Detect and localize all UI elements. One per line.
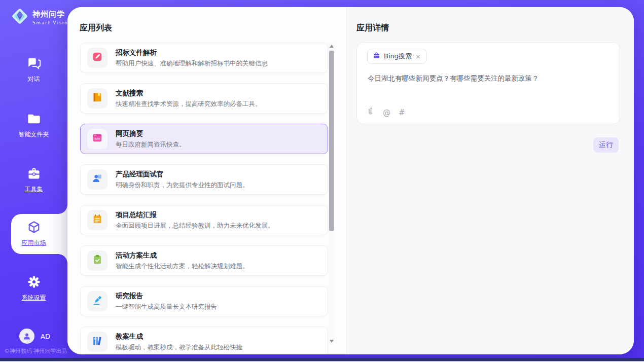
app-card[interactable]: 活动方案生成 智能生成个性化活动方案，轻松解决规划难题。 (80, 245, 328, 276)
app-card[interactable]: 研究报告 一键智能生成高质量长文本研究报告 (80, 286, 328, 316)
scrollbar[interactable] (329, 43, 335, 345)
app-detail-title: 应用详情 (356, 23, 389, 33)
sidebar-item-label: 应用市场 (0, 239, 67, 247)
app-card[interactable]: 教案生成 模板驱动，教案秒成，教学准备从此轻松快捷 (80, 327, 328, 354)
app-card-title: 产品经理面试官 (116, 170, 249, 179)
brand-subtitle: Smart Vision (32, 20, 72, 25)
app-detail-pane: 应用详情 Bing搜索 × 今日湖北有哪些新闻要点？有哪些需要关注的最新政策？ (346, 7, 634, 354)
sidebar-item-smart-folder[interactable]: 智能文件夹 (0, 112, 67, 139)
sidebar-item-label: 工具集 (0, 185, 67, 194)
browser-code-icon: </> (92, 132, 103, 146)
app-card[interactable]: 产品经理面试官 明确身份和职责，为您提供专业性的面试问题。 (80, 164, 328, 195)
paperclip-icon[interactable] (366, 107, 375, 118)
logo-diamond-icon (10, 7, 29, 28)
chat-icon (26, 56, 41, 73)
editor-toolbar: @ # (366, 107, 405, 118)
app-card-desc: 全面回顾项目进展，总结经验教训，助力未来优化发展。 (116, 222, 274, 230)
app-card[interactable]: </> 网页摘要 每日政府新闻资讯快查。 (80, 124, 328, 154)
toolbox-icon (27, 166, 41, 183)
prompt-editor[interactable]: Bing搜索 × 今日湖北有哪些新闻要点？有哪些需要关注的最新政策？ @ # (356, 42, 620, 124)
scroll-down-icon[interactable] (329, 338, 335, 345)
app-list-title: 应用列表 (80, 23, 112, 33)
query-input[interactable]: 今日湖北有哪些新闻要点？有哪些需要关注的最新政策？ (368, 73, 611, 83)
main-panel: 应用列表 招标文件解析 帮助用户快速、准确地理解和解析招标书中的关键信息 文献搜… (67, 7, 634, 354)
app-card-title: 项目总结汇报 (116, 210, 274, 220)
hash-icon[interactable]: # (399, 108, 405, 117)
run-button[interactable]: 运行 (593, 137, 619, 153)
copyright-footer: ©神州数码·神州问学出品 (4, 347, 67, 355)
tool-chip-label: Bing搜索 (384, 52, 412, 61)
gear-icon (27, 275, 41, 291)
cube-icon (27, 220, 41, 236)
folder-icon (27, 112, 41, 128)
sidebar-item-label: 系统设置 (0, 294, 67, 302)
app-card-title: 招标文件解析 (116, 48, 268, 57)
brand-name: 神州问学 (32, 10, 65, 19)
user-avatar-icon (19, 329, 34, 344)
user-name: AD (41, 333, 50, 340)
app-window: 神州问学 Smart Vision 对话 智能文件夹 工具集 应用市场 系统设置… (0, 0, 644, 362)
app-card-desc: 明确身份和职责，为您提供专业性的面试问题。 (116, 181, 249, 190)
sidebar-item-label: 智能文件夹 (0, 130, 67, 139)
app-card-title: 教案生成 (116, 332, 242, 341)
sidebar-item-app-market[interactable]: 应用市场 (0, 220, 67, 247)
calendar-report-icon (92, 213, 103, 227)
edit-icon (92, 51, 103, 64)
svg-text:</>: </> (94, 137, 100, 140)
sidebar-item-toolset[interactable]: 工具集 (0, 166, 67, 194)
app-card-title: 活动方案生成 (116, 251, 249, 260)
brand-logo: 神州问学 Smart Vision (10, 7, 72, 28)
app-card[interactable]: 文献搜索 快速精准查找学术资源，提高研究效率的必备工具。 (80, 83, 328, 114)
sidebar-item-chat[interactable]: 对话 (0, 56, 67, 84)
close-icon[interactable]: × (415, 53, 421, 60)
app-card-desc: 快速精准查找学术资源，提高研究效率的必备工具。 (116, 100, 262, 108)
app-list-pane: 应用列表 招标文件解析 帮助用户快速、准确地理解和解析招标书中的关键信息 文献搜… (67, 7, 346, 354)
app-card-desc: 一键智能生成高质量长文本研究报告 (116, 303, 217, 311)
app-card-title: 文献搜索 (116, 89, 262, 98)
at-icon[interactable]: @ (383, 108, 390, 117)
app-card-list: 招标文件解析 帮助用户快速、准确地理解和解析招标书中的关键信息 文献搜索 快速精… (80, 43, 328, 354)
clipboard-check-icon (92, 254, 103, 267)
app-card-title: 网页摘要 (116, 129, 186, 138)
book-icon (92, 92, 103, 105)
app-card[interactable]: 招标文件解析 帮助用户快速、准确地理解和解析招标书中的关键信息 (80, 43, 328, 73)
app-card-desc: 智能生成个性化活动方案，轻松解决规划难题。 (116, 262, 249, 271)
pen-icon (92, 295, 103, 308)
sidebar-item-label: 对话 (0, 75, 67, 84)
user-account[interactable]: AD (19, 329, 50, 344)
app-card-desc: 模板驱动，教案秒成，教学准备从此轻松快捷 (116, 343, 242, 352)
tool-chip-bing[interactable]: Bing搜索 × (367, 49, 426, 64)
app-card[interactable]: 项目总结汇报 全面回顾项目进展，总结经验教训，助力未来优化发展。 (80, 205, 328, 235)
scroll-up-icon[interactable] (329, 43, 335, 50)
briefcase-icon (373, 52, 380, 61)
app-card-desc: 每日政府新闻资讯快查。 (116, 140, 186, 149)
app-card-desc: 帮助用户快速、准确地理解和解析招标书中的关键信息 (116, 59, 268, 68)
books-icon (92, 335, 103, 348)
sidebar-item-settings[interactable]: 系统设置 (0, 275, 67, 302)
scrollbar-thumb[interactable] (329, 51, 334, 231)
interviewer-icon (92, 173, 103, 186)
app-card-title: 研究报告 (116, 292, 217, 301)
